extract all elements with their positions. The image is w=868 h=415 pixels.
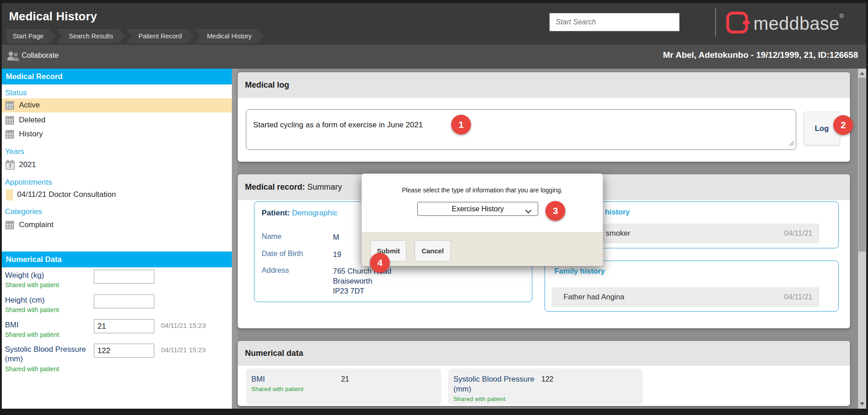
family-history-entry-row: Father had Angina 04/11/21	[552, 287, 819, 307]
cancel-button[interactable]: Cancel	[415, 240, 451, 261]
brand-name: meddbase®	[753, 13, 844, 34]
dob-value: 19	[333, 249, 341, 259]
history-entry-date: 04/11/21	[784, 229, 813, 238]
sidebar-header-numerical-data: Numerical Data	[2, 252, 232, 267]
bmi-tile-label: BMI	[251, 374, 337, 384]
shared-with-patient-label: Shared with patient	[251, 386, 304, 392]
bmi-tile: BMI 21 Shared with patient	[246, 368, 441, 405]
sidebar-section-categories: Categories	[5, 207, 42, 216]
sidebar-item-deleted[interactable]: Deleted	[2, 113, 232, 127]
systolic-input[interactable]	[94, 344, 154, 357]
history-entry-text: smoker	[606, 229, 630, 238]
annotation-badge-1: 1	[451, 115, 471, 135]
grid-icon	[5, 101, 14, 112]
breadcrumb: Start Page Search Results Patient Record…	[6, 29, 264, 43]
sidebar-scrollbar[interactable]	[232, 69, 238, 409]
bmi-tile-value: 21	[341, 375, 349, 383]
sidebar-item-label: Deleted	[19, 116, 46, 125]
chevron-down-icon	[525, 207, 531, 215]
patient-header-summary: Mr Abel, Adetokunbo - 19/12/1999, 21, ID…	[663, 50, 858, 60]
sidebar: Medical Record Status Active Deleted His…	[2, 69, 232, 409]
sidebar-item-active[interactable]: Active	[2, 98, 232, 112]
collaborate-bar: Collaborate Mr Abel, Adetokunbo - 19/12/…	[2, 45, 866, 69]
medical-log-card: Medical log Started cycling as a form of…	[238, 72, 850, 162]
medical-log-entry-box: Started cycling as a form of exercise in…	[246, 109, 796, 150]
shared-with-patient-label: Shared with patient	[5, 331, 59, 338]
brand-logo[interactable]: meddbase®	[725, 9, 844, 37]
address-line: IP23 7DT	[333, 286, 365, 296]
page-title: Medical History	[9, 9, 97, 23]
breadcrumb-start-page[interactable]: Start Page	[6, 29, 55, 43]
bmi-input-box	[94, 319, 154, 333]
breadcrumb-medical-history[interactable]: Medical History	[194, 29, 263, 43]
collaborate-icon	[6, 51, 20, 65]
sidebar-section-appointments: Appointments	[5, 178, 52, 187]
resize-handle-icon[interactable]	[789, 140, 794, 148]
scroll-down-icon[interactable]	[860, 402, 864, 406]
svg-text:7: 7	[9, 163, 11, 169]
log-type-selected-value: Exercise History	[452, 205, 504, 213]
shared-with-patient-label: Shared with patient	[5, 365, 59, 373]
systolic-timestamp: 04/11/21 15:23	[161, 346, 206, 354]
numerical-data-header: Numerical data	[238, 341, 850, 366]
search-box	[549, 13, 679, 31]
family-history-entry-text: Father had Angina	[563, 293, 624, 301]
sidebar-item-label: Active	[19, 101, 40, 110]
annotation-badge-3: 3	[545, 201, 565, 221]
sidebar-item-label: 04/11/21 Doctor Consultation	[17, 190, 116, 199]
name-value: M	[333, 232, 339, 242]
collaborate-button[interactable]: Collaborate	[22, 51, 59, 60]
sidebar-item-year-2021[interactable]: 7 2021	[2, 158, 232, 172]
family-history-entry-date: 04/11/21	[784, 293, 813, 301]
history-card-title: history	[605, 208, 630, 216]
annotation-badge-4: 4	[370, 253, 390, 273]
dialog-footer: Submit Cancel	[362, 232, 603, 266]
calendar-icon: 7	[5, 159, 15, 172]
search-input[interactable]	[550, 14, 679, 30]
scroll-up-icon[interactable]	[860, 72, 864, 75]
medical-log-header: Medical log	[238, 72, 850, 98]
shared-with-patient-label: Shared with patient	[5, 306, 59, 313]
sidebar-item-label: 2021	[19, 160, 36, 169]
systolic-tile-label: Systolic Blood Pressure (mm)	[453, 374, 539, 394]
height-input[interactable]	[94, 295, 154, 308]
systolic-input-box	[94, 344, 154, 358]
grid-icon	[5, 130, 14, 140]
medical-log-textarea[interactable]: Started cycling as a form of exercise in…	[246, 110, 796, 149]
breadcrumb-search-results[interactable]: Search Results	[56, 29, 125, 43]
height-input-box	[94, 294, 154, 308]
field-label-bmi: BMI	[5, 320, 92, 330]
sidebar-section-status: Status	[5, 89, 27, 98]
sidebar-item-appointment[interactable]: 04/11/21 Doctor Consultation	[2, 188, 232, 202]
log-type-select[interactable]: Exercise History	[417, 202, 538, 216]
app-header: Medical History Start Page Search Result…	[2, 3, 866, 45]
shared-with-patient-label: Shared with patient	[5, 281, 59, 289]
vertical-scrollbar[interactable]	[858, 69, 866, 409]
sidebar-item-label: Complaint	[19, 220, 54, 229]
family-history-card: Family history Father had Angina 04/11/2…	[545, 261, 839, 312]
address-label: Address	[262, 266, 289, 275]
breadcrumb-patient-record[interactable]: Patient Record	[126, 29, 194, 43]
dob-label: Date of Birth	[262, 249, 303, 258]
weight-input[interactable]	[94, 270, 154, 283]
bmi-input[interactable]	[94, 320, 154, 333]
weight-input-box	[94, 270, 154, 284]
field-label-weight: Weight (kg)	[5, 270, 92, 280]
sidebar-header-medical-record: Medical Record	[2, 69, 232, 84]
systolic-tile: Systolic Blood Pressure (mm) 122 Shared …	[448, 368, 643, 405]
registered-mark: ®	[840, 13, 844, 19]
sidebar-item-history[interactable]: History	[2, 127, 232, 141]
scrollbar-thumb[interactable]	[859, 78, 866, 252]
meddbase-icon	[725, 10, 750, 36]
shared-with-patient-label: Shared with patient	[453, 396, 506, 402]
grid-icon	[5, 116, 14, 126]
field-label-height: Height (cm)	[5, 295, 92, 305]
dialog-message: Please select the type of information th…	[362, 187, 603, 194]
numerical-data-card: Numerical data BMI 21 Shared with patien…	[238, 341, 850, 406]
grid-icon	[5, 221, 14, 231]
annotation-badge-2: 2	[833, 115, 853, 135]
systolic-tile-value: 122	[541, 375, 554, 383]
sidebar-item-complaint[interactable]: Complaint	[2, 218, 232, 232]
address-line: Braiseworth	[333, 276, 372, 286]
page: Medical History Start Page Search Result…	[0, 0, 868, 415]
